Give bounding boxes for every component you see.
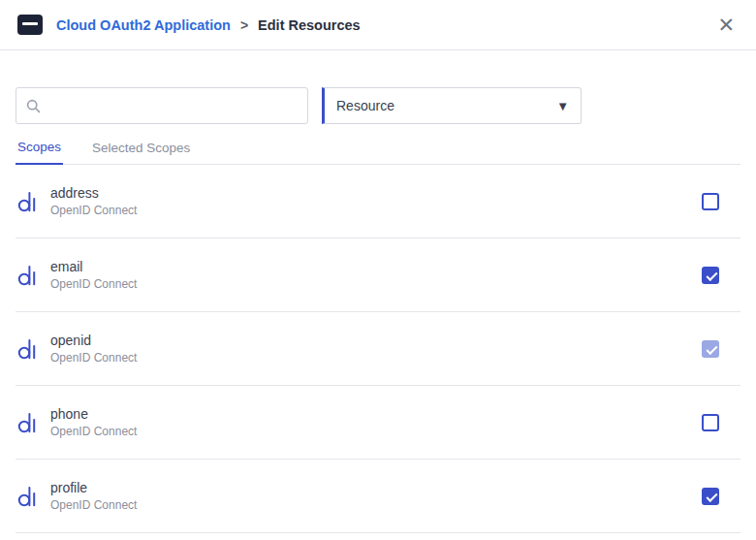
scope-row: address OpenID Connect <box>16 165 740 238</box>
scope-name: openid <box>50 332 137 350</box>
breadcrumb-app-link[interactable]: Cloud OAuth2 Application <box>56 17 231 33</box>
tab-bar: Scopes Selected Scopes <box>16 140 740 165</box>
scope-type: OpenID Connect <box>50 350 137 365</box>
scope-claim-icon <box>16 410 41 435</box>
scope-type: OpenID Connect <box>50 497 137 513</box>
search-icon <box>26 99 41 113</box>
scope-claim-icon <box>16 263 41 288</box>
scope-text: profile OpenID Connect <box>50 479 137 513</box>
scope-text: phone OpenID Connect <box>50 405 137 439</box>
page-title: Edit Resources <box>258 17 361 33</box>
tab-selected-scopes[interactable]: Selected Scopes <box>90 141 192 164</box>
close-icon[interactable]: ✕ <box>713 13 739 37</box>
scope-row: email OpenID Connect <box>16 238 740 312</box>
resource-dropdown[interactable]: Resource ▼ <box>322 87 582 124</box>
scope-name: address <box>50 184 137 203</box>
breadcrumb-separator: > <box>240 17 248 33</box>
scope-row: phone OpenID Connect <box>16 386 740 460</box>
search-input[interactable] <box>48 98 298 114</box>
dialog-header: Cloud OAuth2 Application > Edit Resource… <box>0 0 756 50</box>
scope-list: address OpenID Connect email OpenID Conn… <box>16 165 740 533</box>
scope-type: OpenID Connect <box>50 203 137 218</box>
scope-name: email <box>50 258 137 276</box>
scope-type: OpenID Connect <box>50 276 137 292</box>
scope-checkbox[interactable] <box>702 267 719 284</box>
scope-checkbox[interactable] <box>702 488 719 505</box>
scope-text: openid OpenID Connect <box>50 332 137 365</box>
scope-row: profile OpenID Connect <box>16 460 740 533</box>
scope-claim-icon <box>16 336 41 362</box>
search-box[interactable] <box>16 87 308 124</box>
scope-checkbox <box>702 340 719 358</box>
scope-checkbox[interactable] <box>702 193 719 210</box>
toolbar: Resource ▼ <box>16 87 740 124</box>
scope-type: OpenID Connect <box>50 424 137 439</box>
scope-row: openid OpenID Connect <box>16 312 740 386</box>
resource-dropdown-value: Resource <box>336 98 394 113</box>
scope-checkbox[interactable] <box>702 414 719 431</box>
scope-text: address OpenID Connect <box>50 184 137 218</box>
scope-text: email OpenID Connect <box>50 258 137 292</box>
scope-claim-icon <box>16 189 41 214</box>
scope-claim-icon <box>16 484 41 509</box>
tab-scopes[interactable]: Scopes <box>16 140 63 165</box>
application-icon <box>17 15 43 35</box>
chevron-down-icon: ▼ <box>556 99 569 113</box>
scope-name: phone <box>50 405 137 424</box>
scope-name: profile <box>50 479 137 497</box>
